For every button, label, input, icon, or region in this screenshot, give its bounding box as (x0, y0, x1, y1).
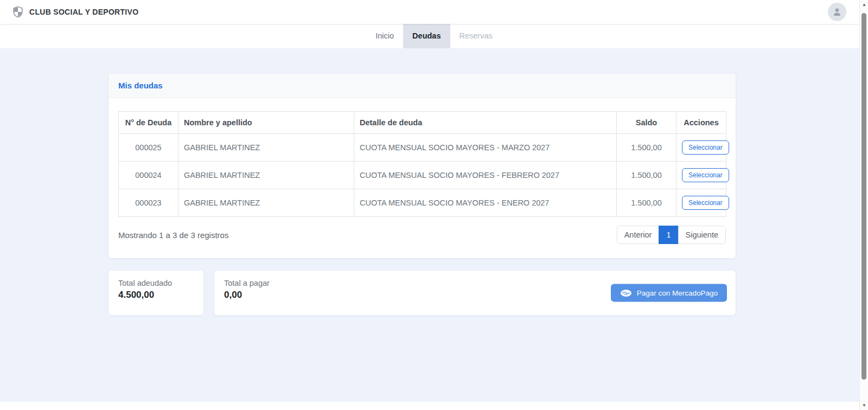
debt-detail-cell: CUOTA MENSUAL SOCIO MAYORES - ENERO 2027 (354, 189, 617, 217)
debt-actions-cell: Seleccionar (676, 162, 726, 189)
app-title: CLUB SOCIAL Y DEPORTIVO (29, 8, 138, 16)
scrollbar-thumb[interactable] (861, 13, 866, 380)
column-header-debt-number: N° de Deuda (119, 112, 178, 134)
debt-name-cell: GABRIEL MARTINEZ (178, 134, 354, 162)
column-header-balance: Saldo (617, 112, 676, 134)
shield-icon (12, 6, 24, 18)
scrollbar-up-arrow[interactable]: ▲ (860, 2, 868, 7)
debts-card-header: Mis deudas (108, 74, 736, 98)
debt-number-cell: 000023 (119, 189, 178, 217)
tab-inicio[interactable]: Inicio (366, 24, 403, 48)
tab-deudas[interactable]: Deudas (403, 24, 450, 48)
app-header: CLUB SOCIAL Y DEPORTIVO (0, 0, 868, 24)
debt-detail-cell: CUOTA MENSUAL SOCIO MAYORES - MARZO 2027 (354, 134, 617, 162)
total-owed-value: 4.500,00 (118, 290, 194, 300)
debts-card: Mis deudas N° de Deuda Nombre y apellido… (108, 74, 736, 258)
pagination: Anterior 1 Siguiente (617, 226, 726, 244)
vertical-scrollbar[interactable]: ▲ ▼ (859, 0, 868, 410)
main-content: Mis deudas N° de Deuda Nombre y apellido… (0, 48, 868, 402)
debt-detail-cell: CUOTA MENSUAL SOCIO MAYORES - FEBRERO 20… (354, 162, 617, 189)
records-summary: Mostrando 1 a 3 de 3 registros (118, 230, 228, 240)
user-avatar[interactable] (828, 3, 846, 21)
select-button[interactable]: Seleccionar (682, 140, 729, 155)
total-owed-label: Total adeudado (118, 279, 194, 287)
table-row: 000025 GABRIEL MARTINEZ CUOTA MENSUAL SO… (119, 134, 726, 162)
mercadopago-icon (620, 289, 632, 297)
debt-name-cell: GABRIEL MARTINEZ (178, 162, 354, 189)
column-header-name: Nombre y apellido (178, 112, 354, 134)
debt-actions-cell: Seleccionar (676, 189, 726, 217)
total-to-pay-card: Total a pagar 0,00 Pagar con MercadoPago (214, 271, 736, 315)
select-button[interactable]: Seleccionar (682, 168, 729, 182)
pagination-next-button[interactable]: Siguiente (678, 226, 726, 244)
person-icon (831, 6, 843, 18)
pagination-prev-button[interactable]: Anterior (617, 226, 660, 244)
debt-name-cell: GABRIEL MARTINEZ (178, 189, 354, 217)
debt-balance-cell: 1.500,00 (617, 189, 676, 217)
column-header-actions: Acciones (676, 112, 726, 134)
table-row: 000023 GABRIEL MARTINEZ CUOTA MENSUAL SO… (119, 189, 726, 217)
debt-number-cell: 000024 (119, 162, 178, 189)
debt-balance-cell: 1.500,00 (617, 162, 676, 189)
debts-card-title: Mis deudas (118, 81, 163, 90)
column-header-detail: Detalle de deuda (354, 112, 617, 134)
table-footer: Mostrando 1 a 3 de 3 registros Anterior … (118, 217, 726, 248)
pay-button-label: Pagar con MercadoPago (637, 289, 718, 297)
totals-row: Total adeudado 4.500,00 Total a pagar 0,… (108, 271, 736, 315)
debt-actions-cell: Seleccionar (676, 134, 726, 162)
tab-reservas[interactable]: Reservas (450, 24, 502, 48)
total-owed-card: Total adeudado 4.500,00 (108, 271, 203, 315)
select-button[interactable]: Seleccionar (682, 196, 729, 210)
pay-mercadopago-button[interactable]: Pagar con MercadoPago (611, 284, 727, 302)
pagination-page-1[interactable]: 1 (659, 226, 678, 244)
debts-card-body: N° de Deuda Nombre y apellido Detalle de… (108, 98, 736, 258)
table-header-row: N° de Deuda Nombre y apellido Detalle de… (119, 112, 726, 134)
debts-table: N° de Deuda Nombre y apellido Detalle de… (118, 111, 726, 217)
main-nav: Inicio Deudas Reservas (0, 24, 868, 48)
debt-number-cell: 000025 (119, 134, 178, 162)
table-row: 000024 GABRIEL MARTINEZ CUOTA MENSUAL SO… (119, 162, 726, 189)
scrollbar-down-arrow[interactable]: ▼ (860, 403, 868, 408)
debt-balance-cell: 1.500,00 (617, 134, 676, 162)
